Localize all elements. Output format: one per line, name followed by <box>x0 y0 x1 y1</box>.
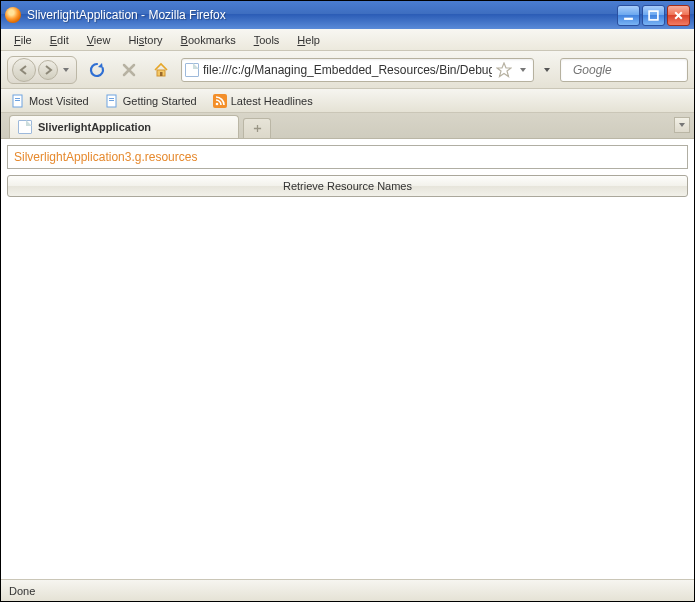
maximize-button[interactable] <box>642 5 665 26</box>
resource-output: SilverlightApplication3.g.resources <box>7 145 688 169</box>
window-titlebar: SliverlightApplication - Mozilla Firefox <box>1 1 694 29</box>
menu-tools[interactable]: Tools <box>247 32 287 48</box>
tab-list-dropdown[interactable] <box>674 117 690 133</box>
svg-rect-14 <box>109 100 114 101</box>
tab-label: SliverlightApplication <box>38 121 151 133</box>
search-input[interactable] <box>573 63 695 77</box>
bookmark-label: Latest Headlines <box>231 95 313 107</box>
forward-button[interactable] <box>38 60 58 80</box>
menu-history[interactable]: History <box>121 32 169 48</box>
address-bar[interactable] <box>181 58 534 82</box>
bookmark-latest-headlines[interactable]: Latest Headlines <box>209 92 317 110</box>
button-label: Retrieve Resource Names <box>283 180 412 192</box>
status-text: Done <box>9 585 35 597</box>
svg-rect-3 <box>160 72 163 76</box>
bookmarks-toolbar: Most Visited Getting Started Latest Head… <box>1 89 694 113</box>
tab-strip: SliverlightApplication <box>1 113 694 139</box>
menu-bar: File Edit View History Bookmarks Tools H… <box>1 29 694 51</box>
svg-rect-13 <box>109 98 114 99</box>
page-icon <box>11 94 25 108</box>
retrieve-resources-button[interactable]: Retrieve Resource Names <box>7 175 688 197</box>
bookmark-most-visited[interactable]: Most Visited <box>7 92 93 110</box>
menu-bookmarks[interactable]: Bookmarks <box>174 32 243 48</box>
url-input[interactable] <box>203 63 492 77</box>
back-button[interactable] <box>12 58 36 82</box>
page-icon <box>185 63 199 77</box>
svg-point-16 <box>215 102 218 105</box>
new-tab-button[interactable] <box>243 118 271 138</box>
back-forward-dropdown[interactable] <box>59 58 73 82</box>
navigation-toolbar <box>1 51 694 89</box>
menu-file[interactable]: File <box>7 32 39 48</box>
window-title: SliverlightApplication - Mozilla Firefox <box>27 8 226 22</box>
bookmark-getting-started[interactable]: Getting Started <box>101 92 201 110</box>
firefox-icon <box>5 7 21 23</box>
rss-icon <box>213 94 227 108</box>
page-icon <box>105 94 119 108</box>
status-bar: Done <box>1 579 694 601</box>
address-overflow-dropdown[interactable] <box>542 66 552 74</box>
svg-rect-0 <box>624 17 633 19</box>
stop-button[interactable] <box>117 58 141 82</box>
tab-active[interactable]: SliverlightApplication <box>9 115 239 138</box>
address-dropdown[interactable] <box>516 66 530 74</box>
close-button[interactable] <box>667 5 690 26</box>
svg-rect-1 <box>649 11 658 20</box>
page-content: SilverlightApplication3.g.resources Retr… <box>1 139 694 579</box>
minimize-button[interactable] <box>617 5 640 26</box>
resource-text: SilverlightApplication3.g.resources <box>14 150 197 164</box>
menu-help[interactable]: Help <box>290 32 327 48</box>
page-icon <box>18 120 32 134</box>
svg-rect-11 <box>15 100 20 101</box>
reload-button[interactable] <box>85 58 109 82</box>
bookmark-star-icon[interactable] <box>496 62 512 78</box>
search-bar[interactable] <box>560 58 688 82</box>
home-button[interactable] <box>149 58 173 82</box>
bookmark-label: Most Visited <box>29 95 89 107</box>
svg-rect-10 <box>15 98 20 99</box>
menu-edit[interactable]: Edit <box>43 32 76 48</box>
back-forward-group <box>7 56 77 84</box>
bookmark-label: Getting Started <box>123 95 197 107</box>
menu-view[interactable]: View <box>80 32 118 48</box>
